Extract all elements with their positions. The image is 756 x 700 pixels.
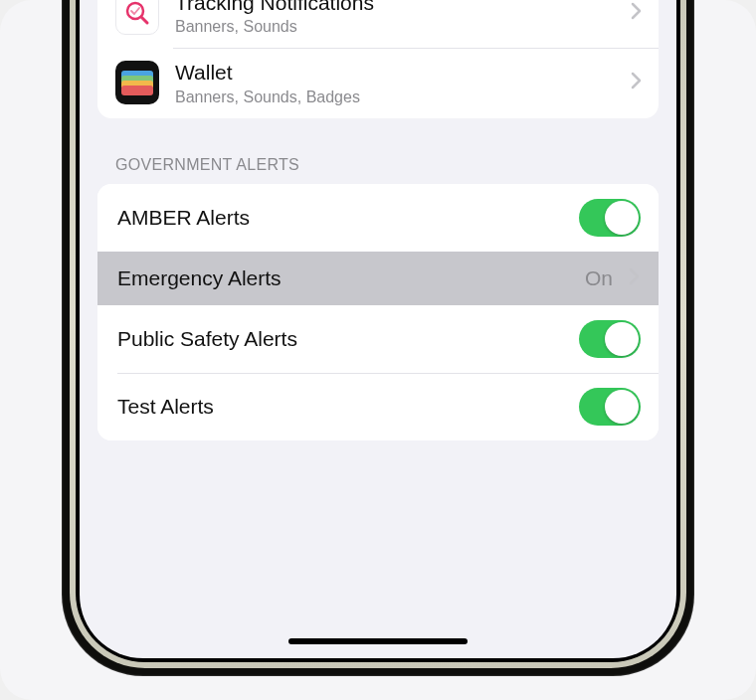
toggle-test-alerts[interactable] (579, 388, 641, 426)
app-title: Tracking Notifications (175, 0, 621, 16)
wallet-icon (115, 61, 159, 104)
row-test-alerts[interactable]: Test Alerts (97, 373, 659, 440)
toggle-amber-alerts[interactable] (579, 199, 641, 237)
row-amber-alerts[interactable]: AMBER Alerts (97, 184, 659, 252)
section-header-government-alerts: GOVERNMENT ALERTS (115, 156, 641, 174)
row-public-safety-alerts[interactable]: Public Safety Alerts (97, 305, 659, 373)
setting-label: Emergency Alerts (117, 266, 585, 290)
home-indicator[interactable] (288, 638, 468, 644)
setting-label: Public Safety Alerts (117, 327, 579, 351)
chevron-right-icon (631, 72, 643, 93)
app-subtitle: Banners, Sounds (175, 18, 621, 36)
setting-value: On (585, 266, 613, 290)
chevron-right-icon (631, 2, 643, 24)
chevron-right-icon (629, 267, 641, 289)
svg-line-1 (141, 17, 147, 23)
toggle-public-safety-alerts[interactable] (579, 320, 641, 358)
phone-frame: Tracking Notifications Banners, Sounds (62, 0, 694, 676)
app-row-wallet[interactable]: Wallet Banners, Sounds, Badges (97, 48, 659, 117)
setting-label: AMBER Alerts (117, 206, 579, 230)
app-notifications-group: Tracking Notifications Banners, Sounds (97, 0, 659, 118)
phone-frame-inner: Tracking Notifications Banners, Sounds (76, 0, 680, 662)
tracking-icon (115, 0, 159, 35)
row-emergency-alerts[interactable]: Emergency Alerts On (97, 252, 659, 305)
screen: Tracking Notifications Banners, Sounds (80, 0, 676, 658)
app-title: Wallet (175, 60, 621, 86)
app-subtitle: Banners, Sounds, Badges (175, 88, 621, 106)
settings-content: Tracking Notifications Banners, Sounds (80, 0, 676, 500)
government-alerts-group: AMBER Alerts Emergency Alerts On (97, 184, 659, 440)
setting-label: Test Alerts (117, 395, 579, 419)
phone-frame-bezel: Tracking Notifications Banners, Sounds (70, 0, 686, 668)
app-row-tracking-notifications[interactable]: Tracking Notifications Banners, Sounds (97, 0, 659, 48)
app-text: Tracking Notifications Banners, Sounds (175, 0, 621, 36)
canvas: Tracking Notifications Banners, Sounds (0, 0, 756, 700)
app-text: Wallet Banners, Sounds, Badges (175, 60, 621, 105)
